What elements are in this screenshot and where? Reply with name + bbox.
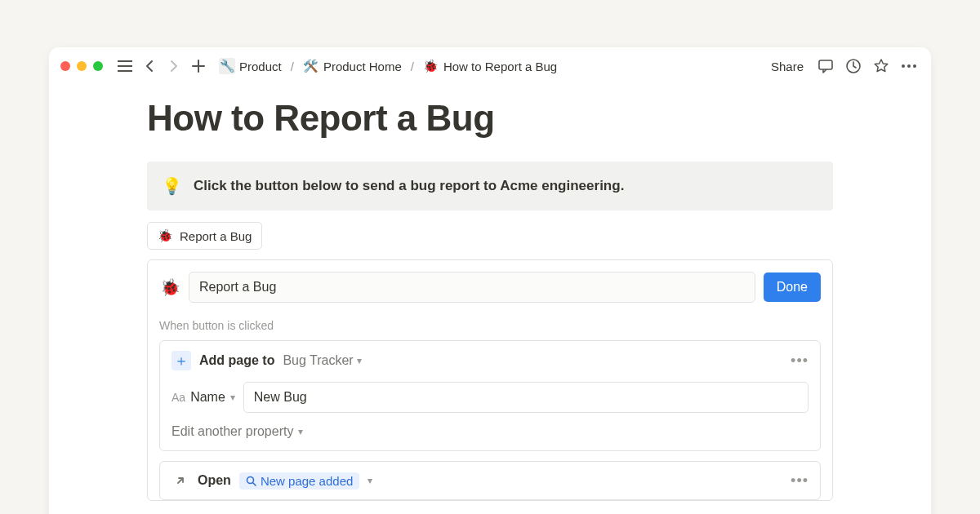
hamburger-icon[interactable] (114, 55, 136, 77)
action-verb: Add page to (199, 353, 274, 368)
property-value-input[interactable] (243, 382, 808, 413)
database-name: Bug Tracker (283, 353, 353, 368)
close-window-dot[interactable] (60, 61, 70, 71)
forward-icon[interactable] (163, 55, 185, 77)
action-verb: Open (198, 473, 231, 488)
page-reference-tag[interactable]: New page added (239, 472, 359, 490)
callout-text: Click the button below to send a bug rep… (194, 178, 624, 194)
breadcrumb-item-product[interactable]: 🔧 Product (216, 56, 285, 76)
button-name-input[interactable] (189, 272, 755, 303)
done-button[interactable]: Done (764, 273, 821, 302)
maximize-window-dot[interactable] (93, 61, 103, 71)
wrench-icon: 🔧 (219, 58, 235, 74)
chevron-down-icon: ▾ (357, 355, 362, 366)
property-row: Aa Name ▾ (172, 382, 808, 413)
plus-icon: ＋ (172, 351, 191, 370)
ladybug-icon: 🐞 (158, 228, 173, 243)
action-open-page: Open New page added ▾ ••• (159, 461, 821, 500)
tag-label: New page added (261, 474, 353, 488)
breadcrumb-label: Product Home (323, 60, 402, 73)
svg-point-4 (913, 64, 916, 68)
action-header-row: ＋ Add page to Bug Tracker ▾ ••• (172, 351, 808, 370)
breadcrumb-separator: / (290, 60, 295, 73)
edit-another-property[interactable]: Edit another property ▾ (172, 424, 808, 439)
svg-point-3 (907, 64, 911, 68)
svg-rect-0 (819, 60, 832, 69)
breadcrumb-item-current[interactable]: 🐞 How to Report a Bug (420, 56, 560, 76)
ladybug-icon: 🐞 (423, 58, 439, 74)
chevron-down-icon: ▾ (230, 392, 235, 403)
topbar: 🔧 Product / 🛠️ Product Home / 🐞 How to R… (49, 47, 931, 85)
action-more-icon[interactable]: ••• (791, 472, 808, 490)
search-icon (246, 476, 256, 486)
topbar-actions: Share (766, 55, 920, 77)
breadcrumb-label: How to Report a Bug (443, 60, 557, 73)
database-selector[interactable]: Bug Tracker ▾ (283, 353, 361, 368)
svg-point-5 (247, 476, 253, 483)
new-page-icon[interactable] (188, 55, 209, 77)
chevron-down-icon[interactable]: ▾ (368, 475, 372, 486)
app-window: 🔧 Product / 🛠️ Product Home / 🐞 How to R… (49, 47, 931, 514)
property-selector[interactable]: Aa Name ▾ (172, 390, 235, 405)
callout-block[interactable]: 💡 Click the button below to send a bug r… (147, 162, 833, 210)
breadcrumb: 🔧 Product / 🛠️ Product Home / 🐞 How to R… (216, 56, 560, 76)
action-more-icon[interactable]: ••• (791, 352, 808, 370)
favorite-icon[interactable] (871, 55, 892, 77)
breadcrumb-label: Product (239, 60, 282, 73)
back-icon[interactable] (139, 55, 160, 77)
page-title[interactable]: How to Report a Bug (147, 98, 833, 139)
property-name: Name (190, 390, 225, 405)
share-button[interactable]: Share (766, 56, 808, 77)
page-content: How to Report a Bug 💡 Click the button b… (49, 98, 931, 501)
comments-icon[interactable] (815, 55, 836, 77)
breadcrumb-item-product-home[interactable]: 🛠️ Product Home (300, 56, 405, 76)
button-label: Report a Bug (180, 229, 252, 243)
open-arrow-icon (172, 472, 189, 490)
minimize-window-dot[interactable] (77, 61, 87, 71)
text-property-icon: Aa (172, 391, 185, 404)
action-add-page: ＋ Add page to Bug Tracker ▾ ••• Aa Name … (159, 340, 821, 451)
window-traffic-lights (60, 61, 103, 71)
breadcrumb-separator: / (410, 60, 415, 73)
svg-point-2 (902, 64, 905, 68)
tools-icon: 🛠️ (303, 58, 319, 74)
config-header: 🐞 Done (159, 272, 821, 303)
section-label: When button is clicked (159, 319, 821, 332)
updates-icon[interactable] (843, 55, 864, 77)
lightbulb-icon: 💡 (162, 176, 182, 196)
edit-another-label: Edit another property (172, 424, 293, 439)
ladybug-icon[interactable]: 🐞 (159, 277, 180, 298)
report-bug-button[interactable]: 🐞 Report a Bug (147, 222, 262, 250)
more-icon[interactable] (898, 55, 920, 77)
button-config-panel: 🐞 Done When button is clicked ＋ Add page… (147, 259, 833, 501)
chevron-down-icon: ▾ (298, 426, 303, 437)
